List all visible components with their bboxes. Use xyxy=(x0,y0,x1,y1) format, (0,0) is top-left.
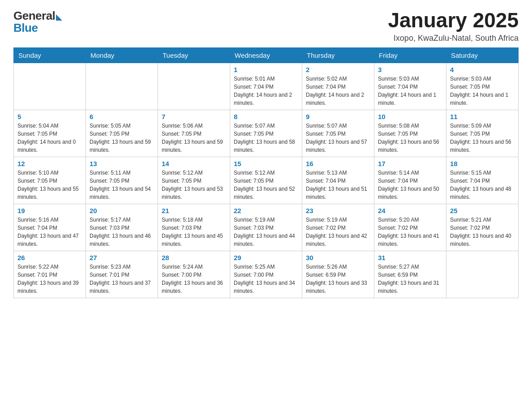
day-number: 12 xyxy=(17,160,82,167)
day-info: Sunrise: 5:21 AM Sunset: 7:02 PM Dayligh… xyxy=(450,216,515,248)
day-info: Sunrise: 5:04 AM Sunset: 7:05 PM Dayligh… xyxy=(17,122,82,154)
calendar-cell: 30Sunrise: 5:26 AM Sunset: 6:59 PM Dayli… xyxy=(302,251,374,298)
calendar-cell: 9Sunrise: 5:07 AM Sunset: 7:05 PM Daylig… xyxy=(302,110,374,157)
day-number: 30 xyxy=(306,254,370,261)
calendar-cell: 25Sunrise: 5:21 AM Sunset: 7:02 PM Dayli… xyxy=(446,204,519,251)
calendar-cell: 11Sunrise: 5:09 AM Sunset: 7:05 PM Dayli… xyxy=(446,110,519,157)
logo-arrow-icon xyxy=(56,14,62,21)
day-info: Sunrise: 5:03 AM Sunset: 7:05 PM Dayligh… xyxy=(450,75,515,107)
calendar-cell: 18Sunrise: 5:15 AM Sunset: 7:04 PM Dayli… xyxy=(446,157,519,204)
calendar-week-row: 26Sunrise: 5:22 AM Sunset: 7:01 PM Dayli… xyxy=(14,251,519,298)
day-number: 11 xyxy=(450,113,515,120)
day-number: 16 xyxy=(306,160,370,167)
day-number: 6 xyxy=(90,113,154,120)
calendar-cell: 26Sunrise: 5:22 AM Sunset: 7:01 PM Dayli… xyxy=(14,251,86,298)
day-number: 19 xyxy=(17,207,82,214)
calendar-cell: 24Sunrise: 5:20 AM Sunset: 7:02 PM Dayli… xyxy=(374,204,446,251)
calendar-cell: 4Sunrise: 5:03 AM Sunset: 7:05 PM Daylig… xyxy=(446,63,519,110)
logo: General Blue xyxy=(13,9,62,35)
day-info: Sunrise: 5:16 AM Sunset: 7:04 PM Dayligh… xyxy=(17,216,82,248)
day-number: 3 xyxy=(378,66,442,73)
day-number: 31 xyxy=(378,254,442,261)
day-info: Sunrise: 5:05 AM Sunset: 7:05 PM Dayligh… xyxy=(90,122,154,154)
day-info: Sunrise: 5:07 AM Sunset: 7:05 PM Dayligh… xyxy=(306,122,370,154)
title-area: January 2025 Ixopo, KwaZulu-Natal, South… xyxy=(388,9,519,43)
day-number: 25 xyxy=(450,207,515,214)
calendar-cell: 5Sunrise: 5:04 AM Sunset: 7:05 PM Daylig… xyxy=(14,110,86,157)
page-header: General Blue January 2025 Ixopo, KwaZulu… xyxy=(13,9,519,43)
day-info: Sunrise: 5:24 AM Sunset: 7:00 PM Dayligh… xyxy=(162,263,226,295)
day-info: Sunrise: 5:10 AM Sunset: 7:05 PM Dayligh… xyxy=(17,169,82,201)
main-title: January 2025 xyxy=(388,9,519,32)
day-info: Sunrise: 5:07 AM Sunset: 7:05 PM Dayligh… xyxy=(234,122,298,154)
calendar-table: SundayMondayTuesdayWednesdayThursdayFrid… xyxy=(13,47,519,298)
day-number: 14 xyxy=(162,160,226,167)
day-number: 13 xyxy=(90,160,154,167)
day-number: 10 xyxy=(378,113,442,120)
calendar-day-header: Sunday xyxy=(14,47,86,63)
calendar-cell: 22Sunrise: 5:19 AM Sunset: 7:03 PM Dayli… xyxy=(230,204,302,251)
day-info: Sunrise: 5:12 AM Sunset: 7:05 PM Dayligh… xyxy=(162,169,226,201)
day-number: 21 xyxy=(162,207,226,214)
day-number: 9 xyxy=(306,113,370,120)
day-info: Sunrise: 5:13 AM Sunset: 7:04 PM Dayligh… xyxy=(306,169,370,201)
day-info: Sunrise: 5:06 AM Sunset: 7:05 PM Dayligh… xyxy=(162,122,226,154)
calendar-cell: 7Sunrise: 5:06 AM Sunset: 7:05 PM Daylig… xyxy=(158,110,230,157)
calendar-day-header: Tuesday xyxy=(158,47,230,63)
calendar-week-row: 19Sunrise: 5:16 AM Sunset: 7:04 PM Dayli… xyxy=(14,204,519,251)
day-number: 29 xyxy=(234,254,298,261)
day-info: Sunrise: 5:14 AM Sunset: 7:04 PM Dayligh… xyxy=(378,169,442,201)
calendar-header-row: SundayMondayTuesdayWednesdayThursdayFrid… xyxy=(14,47,519,63)
calendar-day-header: Monday xyxy=(86,47,158,63)
day-info: Sunrise: 5:11 AM Sunset: 7:05 PM Dayligh… xyxy=(90,169,154,201)
calendar-day-header: Wednesday xyxy=(230,47,302,63)
day-number: 2 xyxy=(306,66,370,73)
calendar-cell: 23Sunrise: 5:19 AM Sunset: 7:02 PM Dayli… xyxy=(302,204,374,251)
calendar-cell: 20Sunrise: 5:17 AM Sunset: 7:03 PM Dayli… xyxy=(86,204,158,251)
day-info: Sunrise: 5:23 AM Sunset: 7:01 PM Dayligh… xyxy=(90,263,154,295)
day-info: Sunrise: 5:19 AM Sunset: 7:03 PM Dayligh… xyxy=(234,216,298,248)
day-number: 15 xyxy=(234,160,298,167)
calendar-week-row: 12Sunrise: 5:10 AM Sunset: 7:05 PM Dayli… xyxy=(14,157,519,204)
day-info: Sunrise: 5:22 AM Sunset: 7:01 PM Dayligh… xyxy=(17,263,82,295)
day-info: Sunrise: 5:01 AM Sunset: 7:04 PM Dayligh… xyxy=(234,75,298,107)
day-info: Sunrise: 5:08 AM Sunset: 7:05 PM Dayligh… xyxy=(378,122,442,154)
calendar-week-row: 1Sunrise: 5:01 AM Sunset: 7:04 PM Daylig… xyxy=(14,63,519,110)
calendar-cell: 21Sunrise: 5:18 AM Sunset: 7:03 PM Dayli… xyxy=(158,204,230,251)
day-info: Sunrise: 5:18 AM Sunset: 7:03 PM Dayligh… xyxy=(162,216,226,248)
calendar-cell: 31Sunrise: 5:27 AM Sunset: 6:59 PM Dayli… xyxy=(374,251,446,298)
day-info: Sunrise: 5:15 AM Sunset: 7:04 PM Dayligh… xyxy=(450,169,515,201)
day-number: 20 xyxy=(90,207,154,214)
day-number: 4 xyxy=(450,66,515,73)
calendar-cell: 28Sunrise: 5:24 AM Sunset: 7:00 PM Dayli… xyxy=(158,251,230,298)
day-info: Sunrise: 5:02 AM Sunset: 7:04 PM Dayligh… xyxy=(306,75,370,107)
calendar-cell: 16Sunrise: 5:13 AM Sunset: 7:04 PM Dayli… xyxy=(302,157,374,204)
day-number: 24 xyxy=(378,207,442,214)
calendar-cell: 1Sunrise: 5:01 AM Sunset: 7:04 PM Daylig… xyxy=(230,63,302,110)
calendar-cell xyxy=(158,63,230,110)
calendar-cell: 10Sunrise: 5:08 AM Sunset: 7:05 PM Dayli… xyxy=(374,110,446,157)
day-info: Sunrise: 5:19 AM Sunset: 7:02 PM Dayligh… xyxy=(306,216,370,248)
day-number: 17 xyxy=(378,160,442,167)
day-info: Sunrise: 5:20 AM Sunset: 7:02 PM Dayligh… xyxy=(378,216,442,248)
calendar-cell xyxy=(14,63,86,110)
day-info: Sunrise: 5:17 AM Sunset: 7:03 PM Dayligh… xyxy=(90,216,154,248)
calendar-cell: 17Sunrise: 5:14 AM Sunset: 7:04 PM Dayli… xyxy=(374,157,446,204)
day-number: 1 xyxy=(234,66,298,73)
day-number: 27 xyxy=(90,254,154,261)
calendar-cell: 13Sunrise: 5:11 AM Sunset: 7:05 PM Dayli… xyxy=(86,157,158,204)
calendar-cell: 8Sunrise: 5:07 AM Sunset: 7:05 PM Daylig… xyxy=(230,110,302,157)
day-number: 8 xyxy=(234,113,298,120)
calendar-cell: 15Sunrise: 5:12 AM Sunset: 7:05 PM Dayli… xyxy=(230,157,302,204)
logo-blue-text: Blue xyxy=(13,21,38,35)
day-number: 26 xyxy=(17,254,82,261)
day-number: 23 xyxy=(306,207,370,214)
subtitle: Ixopo, KwaZulu-Natal, South Africa xyxy=(388,34,519,43)
calendar-cell: 2Sunrise: 5:02 AM Sunset: 7:04 PM Daylig… xyxy=(302,63,374,110)
calendar-cell: 27Sunrise: 5:23 AM Sunset: 7:01 PM Dayli… xyxy=(86,251,158,298)
calendar-cell: 14Sunrise: 5:12 AM Sunset: 7:05 PM Dayli… xyxy=(158,157,230,204)
calendar-cell xyxy=(446,251,519,298)
calendar-day-header: Thursday xyxy=(302,47,374,63)
calendar-cell: 19Sunrise: 5:16 AM Sunset: 7:04 PM Dayli… xyxy=(14,204,86,251)
calendar-day-header: Saturday xyxy=(446,47,519,63)
